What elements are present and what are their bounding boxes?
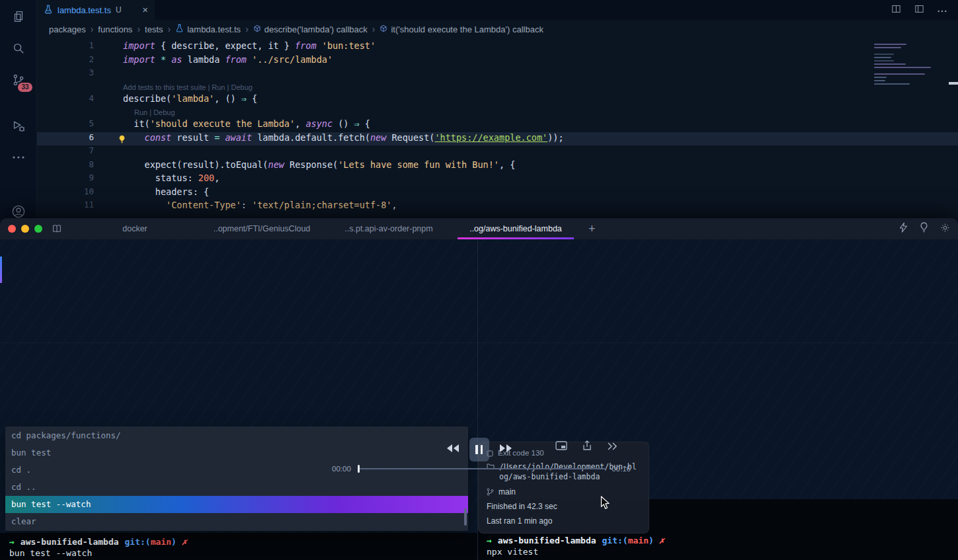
code-line[interactable]: 8 expect(result).toEqual(new Response('L…: [37, 159, 958, 173]
close-icon[interactable]: ×: [142, 5, 148, 15]
code-line[interactable]: 10 headers: {: [37, 186, 958, 200]
zoom-window-button[interactable]: [34, 225, 42, 233]
line-number: 1: [37, 40, 111, 54]
bolt-icon[interactable]: [899, 222, 908, 235]
minimap-mark: [874, 44, 906, 45]
breadcrumb-item[interactable]: functions: [98, 24, 132, 34]
terminal-tab[interactable]: ..og/aws-bunified-lambda: [452, 218, 579, 239]
tab-title: lambda.test.ts: [58, 5, 111, 15]
account-icon[interactable]: [11, 204, 26, 220]
rewind-button[interactable]: [446, 444, 459, 456]
screen: 33 lambda.test.ts U ×: [0, 0, 958, 560]
line-number: 11: [37, 200, 111, 214]
history-item[interactable]: clear: [5, 513, 468, 530]
terminal-title-bar: docker..opment/FTI/GeniusCloud..s.pt.api…: [0, 218, 958, 239]
breadcrumb-item[interactable]: tests: [145, 24, 163, 34]
command-text: npx vitest: [487, 546, 664, 557]
terminal-tab[interactable]: ..opment/FTI/GeniusCloud: [198, 218, 325, 239]
breadcrumb: packages›functions›tests›lambda.test.ts›…: [37, 20, 958, 38]
source-control-icon[interactable]: 33: [11, 73, 26, 87]
terminal-tabs: docker..opment/FTI/GeniusCloud..s.pt.api…: [71, 218, 579, 239]
breadcrumb-separator: ›: [137, 24, 140, 34]
terminal-tab-label: docker: [122, 224, 147, 233]
code-line[interactable]: 3: [37, 67, 958, 81]
breadcrumb-label: packages: [49, 24, 86, 34]
editor-tab[interactable]: lambda.test.ts U ×: [37, 0, 155, 20]
code-text: [111, 145, 123, 159]
minimap-mark: [874, 54, 894, 55]
code-text: describe('lambda', () ⇒ {: [111, 93, 257, 107]
beaker-icon: [175, 24, 184, 34]
code-line[interactable]: 6 const result = await lambda.default.fe…: [37, 132, 958, 146]
lightbulb-icon[interactable]: [118, 135, 126, 145]
prompt-branch: main: [151, 537, 171, 547]
gear-icon[interactable]: [940, 223, 950, 235]
seek-track[interactable]: [358, 468, 605, 469]
minimap-mark: [874, 77, 887, 78]
prompt-dirty-flag: ✗: [659, 536, 664, 545]
code-line[interactable]: 11 'Content-Type': 'text/plain;charset=u…: [37, 200, 958, 214]
terminal-tab[interactable]: docker: [71, 218, 198, 239]
minimap-mark: [874, 47, 901, 48]
terminal-tab[interactable]: ..s.pt.api-av-order-pnpm: [325, 218, 452, 239]
codelens[interactable]: Add tests to this test suite | Run | Deb…: [37, 81, 958, 93]
code-text: expect(result).toEqual(new Response('Let…: [111, 159, 515, 173]
more-icon[interactable]: [11, 155, 26, 160]
prompt-git: ): [649, 536, 654, 545]
history-item[interactable]: bun test --watch: [5, 496, 468, 513]
history-item[interactable]: cd ..: [5, 479, 468, 496]
breadcrumb-item[interactable]: it('should execute the Lambda') callback: [379, 24, 543, 34]
scroll-indicator: [0, 257, 2, 283]
prompt-arrow: →: [9, 537, 15, 547]
code-line[interactable]: 1import { describe, expect, it } from 'b…: [37, 40, 958, 54]
popup-scrollbar[interactable]: [464, 508, 467, 526]
breadcrumb-item[interactable]: lambda.test.ts: [175, 24, 241, 34]
terminal-tab-label: ..s.pt.api-av-order-pnpm: [344, 224, 432, 233]
minimap-mark: [874, 73, 925, 75]
new-tab-button[interactable]: +: [588, 223, 596, 235]
minimize-window-button[interactable]: [21, 225, 29, 233]
close-window-button[interactable]: [8, 225, 16, 233]
breadcrumb-item[interactable]: packages: [49, 24, 86, 34]
line-number: 8: [37, 159, 111, 173]
terminal-left-pane[interactable]: →aws-bunified-lambdagit:(main)✗ bun test…: [0, 533, 477, 560]
block-finished: Finished in 42.3 sec: [487, 502, 557, 511]
bookmarks-icon[interactable]: [52, 224, 62, 233]
breadcrumb-separator: ›: [168, 24, 171, 34]
breadcrumb-separator: ›: [91, 24, 94, 34]
codelens[interactable]: Run | Debug: [37, 106, 958, 118]
files-icon[interactable]: [11, 9, 26, 24]
seek-thumb[interactable]: [358, 465, 360, 473]
terminal-body: cd packages/functions/bun testcd .cd ..b…: [0, 239, 958, 560]
block-branch: main: [499, 487, 516, 497]
breadcrumb-item[interactable]: describe('lambda') callback: [253, 24, 368, 34]
run-debug-icon[interactable]: [11, 119, 26, 134]
code-line[interactable]: 4describe('lambda', () ⇒ {: [37, 93, 958, 107]
breadcrumb-separator: ›: [372, 24, 376, 34]
split-editor-icon[interactable]: [891, 3, 902, 17]
code-line[interactable]: 2import * as lambda from '../src/lambda': [37, 54, 958, 68]
total-time: 00:16: [612, 465, 631, 473]
layout-icon[interactable]: [914, 3, 925, 17]
breadcrumb-label: describe('lambda') callback: [264, 24, 368, 34]
window-controls: [8, 225, 42, 233]
bulb-icon[interactable]: [920, 222, 928, 235]
minimap[interactable]: [874, 44, 950, 85]
code-line[interactable]: 9 status: 200,: [37, 173, 958, 186]
line-number: 2: [37, 54, 111, 68]
more-actions-icon[interactable]: [937, 4, 947, 16]
activity-bar: 33: [0, 0, 37, 220]
code-line[interactable]: 5 it('should execute the Lambda', async …: [37, 118, 958, 132]
prompt-dir: aws-bunified-lambda: [20, 537, 119, 547]
mouse-cursor: [600, 496, 611, 513]
cube-icon: [379, 24, 387, 34]
search-icon[interactable]: [11, 41, 26, 56]
code-line[interactable]: 7: [37, 145, 958, 159]
title-bar-icons: [899, 222, 950, 235]
minimap-mark: [874, 60, 894, 61]
fast-forward-button[interactable]: [499, 444, 512, 456]
editor-scrollbar[interactable]: [949, 82, 958, 85]
prompt-dirty-flag: ✗: [182, 537, 187, 547]
pause-button[interactable]: [469, 438, 489, 461]
line-number: 7: [37, 145, 111, 159]
